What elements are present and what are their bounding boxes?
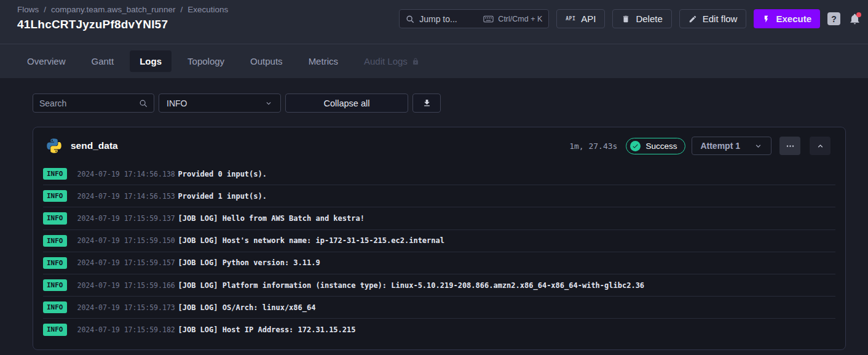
log-message: [JOB LOG] Hello from AWS Batch and kestr…	[178, 214, 365, 223]
api-button[interactable]: API API	[556, 9, 605, 28]
log-row: INFO 2024-07-19 17:14:56.138 Provided 0 …	[43, 163, 835, 185]
search-icon	[406, 15, 414, 23]
trash-icon	[621, 15, 630, 23]
log-search-box	[33, 94, 154, 113]
api-button-label: API	[581, 14, 596, 24]
log-level-badge: INFO	[43, 324, 67, 335]
execute-button[interactable]: Execute	[754, 9, 820, 28]
api-icon: API	[566, 16, 575, 22]
attempt-select-value: Attempt 1	[700, 141, 740, 151]
log-row: INFO 2024-07-19 17:15:59.150 [JOB LOG] H…	[43, 230, 835, 252]
search-icon	[139, 99, 148, 108]
breadcrumb-flows[interactable]: Flows	[17, 5, 39, 14]
log-timestamp: 2024-07-19 17:15:59.173	[77, 303, 168, 312]
top-header: Flows / company.team.aws_batch_runner / …	[0, 0, 868, 44]
log-timestamp: 2024-07-19 17:15:59.157	[77, 258, 168, 267]
log-level-badge: INFO	[43, 257, 67, 269]
tab-logs[interactable]: Logs	[130, 50, 172, 72]
log-row: INFO 2024-07-19 17:15:59.157 [JOB LOG] P…	[43, 252, 835, 274]
execute-button-label: Execute	[776, 14, 811, 24]
log-message: [JOB LOG] Platform information (instance…	[178, 281, 645, 290]
tab-bar: Overview Gantt Logs Topology Outputs Met…	[0, 44, 868, 78]
log-level-badge: INFO	[43, 301, 67, 313]
log-row: INFO 2024-07-19 17:15:59.166 [JOB LOG] P…	[43, 274, 835, 297]
chevron-down-icon	[264, 99, 273, 108]
task-log-panel-header: send_data 1m, 27.43s Success Attempt 1	[33, 127, 845, 162]
edit-flow-button[interactable]: Edit flow	[679, 9, 747, 28]
delete-button[interactable]: Delete	[612, 9, 671, 28]
help-button[interactable]: ?	[827, 12, 840, 25]
keyboard-icon	[483, 15, 494, 23]
task-log-panel: send_data 1m, 27.43s Success Attempt 1	[33, 127, 846, 350]
tab-topology[interactable]: Topology	[178, 50, 234, 72]
collapse-task-button[interactable]	[810, 137, 831, 155]
help-button-label: ?	[831, 14, 837, 24]
tab-metrics[interactable]: Metrics	[299, 50, 348, 72]
attempt-select[interactable]: Attempt 1	[692, 137, 771, 155]
breadcrumb-executions[interactable]: Executions	[187, 5, 228, 14]
log-timestamp: 2024-07-19 17:15:59.166	[77, 281, 168, 290]
log-timestamp: 2024-07-19 17:14:56.138	[77, 170, 168, 178]
shortcut-label: Ctrl/Cmd + K	[498, 15, 542, 23]
breadcrumb-separator: /	[44, 5, 46, 14]
log-message: Provided 1 input(s).	[178, 192, 267, 201]
keyboard-shortcut: Ctrl/Cmd + K	[483, 15, 542, 23]
log-level-badge: INFO	[43, 279, 67, 291]
check-circle-icon	[630, 141, 641, 151]
tab-outputs[interactable]: Outputs	[240, 50, 293, 72]
log-level-value: INFO	[167, 98, 187, 108]
notifications-bell-icon[interactable]	[849, 13, 861, 25]
log-row: INFO 2024-07-19 17:14:56.153 Provided 1 …	[43, 185, 835, 207]
notification-dot	[856, 12, 861, 17]
download-logs-button[interactable]	[412, 94, 441, 113]
pencil-icon	[688, 15, 697, 23]
edit-flow-button-label: Edit flow	[703, 14, 738, 24]
page-title: 41LhcCRTJyzuPf8dvYNI57	[17, 18, 228, 31]
tab-overview[interactable]: Overview	[17, 50, 76, 72]
header-left: Flows / company.team.aws_batch_runner / …	[17, 5, 228, 31]
log-timestamp: 2024-07-19 17:14:56.153	[77, 192, 168, 201]
ellipsis-icon	[786, 142, 795, 151]
chevron-down-icon	[754, 142, 763, 151]
header-actions: Jump to... Ctrl/Cmd + K API API Delete E…	[399, 9, 861, 28]
python-icon	[47, 138, 61, 153]
status-badge-label: Success	[645, 142, 677, 151]
tab-gantt[interactable]: Gantt	[82, 50, 124, 72]
task-name: send_data	[71, 140, 118, 151]
log-level-select[interactable]: INFO	[159, 94, 281, 113]
task-duration: 1m, 27.43s	[569, 142, 617, 151]
log-row: INFO 2024-07-19 17:15:59.137 [JOB LOG] H…	[43, 207, 835, 229]
filter-bar: INFO Collapse all	[33, 94, 846, 113]
log-message: [JOB LOG] Host IP Address: 172.31.15.215	[178, 325, 356, 334]
collapse-all-button[interactable]: Collapse all	[285, 94, 408, 113]
log-row: INFO 2024-07-19 17:15:59.182 [JOB LOG] H…	[43, 319, 835, 340]
tab-audit-logs-label: Audit Logs	[364, 56, 408, 66]
log-message: Provided 0 input(s).	[178, 170, 267, 178]
log-level-badge: INFO	[43, 212, 67, 224]
download-icon	[422, 98, 432, 108]
jump-to-label: Jump to...	[419, 14, 457, 24]
log-level-badge: INFO	[43, 235, 67, 247]
log-row: INFO 2024-07-19 17:15:59.173 [JOB LOG] O…	[43, 297, 835, 319]
lightning-bolt-icon	[762, 15, 770, 23]
tab-audit-logs: Audit Logs	[354, 50, 429, 72]
delete-button-label: Delete	[636, 14, 662, 24]
log-search-input[interactable]	[39, 98, 139, 108]
more-options-button[interactable]	[779, 137, 800, 155]
breadcrumb: Flows / company.team.aws_batch_runner / …	[17, 5, 228, 14]
log-message: [JOB LOG] OS/Arch: linux/x86_64	[178, 303, 316, 312]
main-content: INFO Collapse all send_data 1m, 27.43s	[0, 78, 868, 350]
log-message: [JOB LOG] Host's network name: ip-172-31…	[178, 236, 444, 245]
log-level-badge: INFO	[43, 168, 67, 180]
status-badge: Success	[626, 138, 685, 154]
log-timestamp: 2024-07-19 17:15:59.150	[77, 236, 168, 245]
log-level-badge: INFO	[43, 190, 67, 202]
breadcrumb-separator: /	[180, 5, 183, 14]
lock-icon	[412, 58, 419, 65]
breadcrumb-flow-id[interactable]: company.team.aws_batch_runner	[51, 5, 175, 14]
log-timestamp: 2024-07-19 17:15:59.137	[77, 214, 168, 223]
log-list: INFO 2024-07-19 17:14:56.138 Provided 0 …	[33, 162, 845, 347]
jump-to-search[interactable]: Jump to... Ctrl/Cmd + K	[399, 9, 549, 28]
log-timestamp: 2024-07-19 17:15:59.182	[77, 325, 168, 334]
log-message: [JOB LOG] Python version: 3.11.9	[178, 258, 320, 267]
